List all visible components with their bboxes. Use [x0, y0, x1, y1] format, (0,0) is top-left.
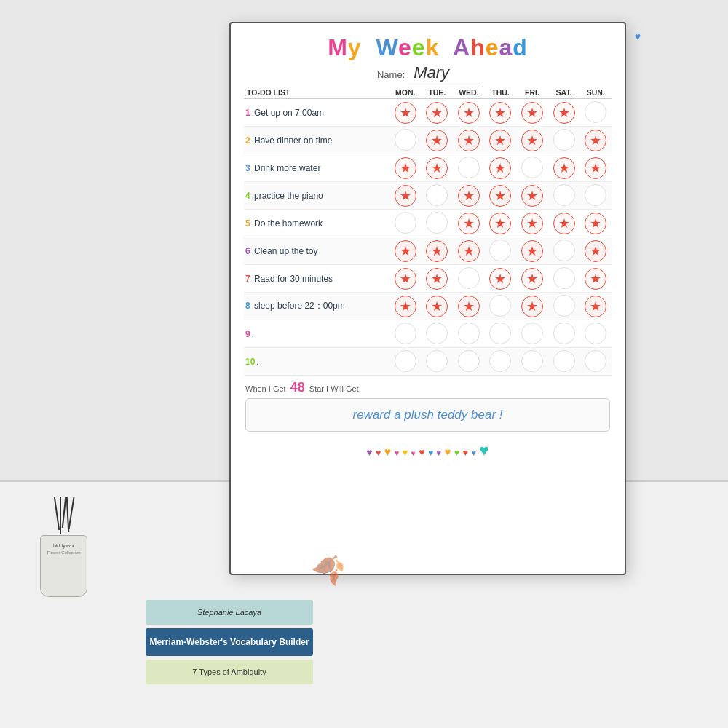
star-cell-8-day-3[interactable]: ★ [453, 293, 485, 320]
reward-label-after: Star I Will Get [309, 384, 359, 393]
star-cell-7-day-4[interactable]: ★ [485, 265, 517, 293]
col-fri: FRI. [516, 87, 548, 99]
star-cell-4-day-6[interactable] [548, 182, 580, 210]
star-cell-5-day-5[interactable]: ★ [516, 210, 548, 237]
star-cell-5-day-3[interactable]: ★ [453, 210, 485, 237]
star-cell-4-day-3[interactable]: ★ [453, 182, 485, 210]
star-empty [489, 350, 511, 372]
star-cell-9-day-6[interactable] [548, 320, 580, 348]
star-cell-6-day-6[interactable] [548, 237, 580, 265]
star-cell-8-day-6[interactable] [548, 293, 580, 320]
star-cell-2-day-4[interactable]: ★ [485, 127, 517, 154]
star-filled: ★ [395, 268, 416, 290]
star-cell-5-day-2[interactable] [422, 210, 454, 237]
star-cell-7-day-1[interactable]: ★ [389, 265, 422, 293]
task-cell-4: 4.practice the piano [244, 182, 389, 210]
star-cell-8-day-1[interactable]: ★ [389, 293, 422, 320]
star-cell-2-day-3[interactable]: ★ [453, 127, 485, 154]
star-cell-6-day-7[interactable]: ★ [579, 237, 612, 265]
star-cell-1-day-7[interactable] [579, 99, 612, 127]
star-cell-10-day-7[interactable] [579, 348, 612, 376]
star-cell-2-day-5[interactable]: ★ [516, 127, 548, 154]
star-empty [395, 129, 416, 151]
col-thu: THU. [485, 87, 517, 99]
star-cell-10-day-3[interactable] [453, 348, 485, 376]
star-cell-9-day-2[interactable] [422, 320, 454, 348]
star-cell-3-day-4[interactable]: ★ [485, 154, 517, 182]
star-cell-10-day-2[interactable] [422, 348, 454, 376]
star-filled: ★ [489, 213, 511, 234]
star-cell-8-day-2[interactable]: ★ [422, 293, 454, 320]
star-cell-2-day-2[interactable]: ★ [422, 127, 454, 154]
star-cell-10-day-6[interactable] [548, 348, 580, 376]
star-cell-5-day-1[interactable] [389, 210, 422, 237]
task-num-8: 8 [245, 301, 250, 311]
star-cell-1-day-6[interactable]: ★ [548, 99, 580, 127]
star-cell-10-day-4[interactable] [485, 348, 517, 376]
star-filled: ★ [395, 185, 416, 207]
star-cell-9-day-5[interactable] [516, 320, 548, 348]
task-num-7: 7 [245, 274, 250, 284]
star-cell-1-day-1[interactable]: ★ [389, 99, 422, 127]
table-row: 4.practice the piano★★★★ [244, 182, 612, 210]
star-cell-8-day-4[interactable] [485, 293, 517, 320]
star-cell-3-day-1[interactable]: ★ [389, 154, 422, 182]
star-cell-7-day-6[interactable] [548, 265, 580, 293]
star-cell-4-day-4[interactable]: ★ [485, 182, 517, 210]
star-cell-1-day-3[interactable]: ★ [453, 99, 485, 127]
star-cell-7-day-2[interactable]: ★ [422, 265, 454, 293]
star-cell-10-day-5[interactable] [516, 348, 548, 376]
star-cell-3-day-6[interactable]: ★ [548, 154, 580, 182]
star-cell-6-day-5[interactable]: ★ [516, 237, 548, 265]
star-cell-8-day-7[interactable]: ★ [579, 293, 612, 320]
star-empty [489, 240, 511, 261]
star-empty [521, 157, 543, 178]
star-empty [458, 157, 480, 178]
star-cell-4-day-2[interactable] [422, 182, 454, 210]
star-cell-5-day-4[interactable]: ★ [485, 210, 517, 237]
star-cell-7-day-7[interactable]: ★ [579, 265, 612, 293]
star-cell-2-day-7[interactable]: ★ [579, 127, 612, 154]
star-filled: ★ [489, 130, 511, 151]
star-cell-10-day-1[interactable] [389, 348, 422, 376]
task-num-4: 4 [245, 191, 250, 201]
star-empty [585, 184, 606, 206]
book-top: Stephanie Lacaya [146, 600, 313, 625]
task-cell-5: 5.Do the homework [244, 210, 389, 237]
star-empty [521, 350, 543, 372]
star-cell-7-day-3[interactable] [453, 265, 485, 293]
star-cell-1-day-4[interactable]: ★ [485, 99, 517, 127]
star-cell-1-day-2[interactable]: ★ [422, 99, 454, 127]
star-cell-9-day-7[interactable] [579, 320, 612, 348]
task-cell-2: 2.Have dinner on time [244, 127, 389, 154]
star-cell-5-day-6[interactable]: ★ [548, 210, 580, 237]
star-cell-6-day-4[interactable] [485, 237, 517, 265]
star-filled: ★ [521, 185, 543, 207]
star-cell-9-day-4[interactable] [485, 320, 517, 348]
star-cell-3-day-3[interactable] [453, 154, 485, 182]
star-cell-3-day-5[interactable] [516, 154, 548, 182]
star-cell-2-day-6[interactable] [548, 127, 580, 154]
star-filled: ★ [458, 102, 480, 124]
star-cell-9-day-3[interactable] [453, 320, 485, 348]
star-cell-6-day-1[interactable]: ★ [389, 237, 422, 265]
task-text-6: .Clean up the toy [252, 246, 318, 256]
star-cell-1-day-5[interactable]: ★ [516, 99, 548, 127]
star-cell-3-day-2[interactable]: ★ [422, 154, 454, 182]
star-cell-4-day-1[interactable]: ★ [389, 182, 422, 210]
star-cell-6-day-3[interactable]: ★ [453, 237, 485, 265]
task-text-2: .Have dinner on time [252, 135, 333, 146]
col-wed: WED. [453, 87, 485, 99]
star-cell-5-day-7[interactable]: ★ [579, 210, 612, 237]
star-cell-6-day-2[interactable]: ★ [422, 237, 454, 265]
table-row: 6.Clean up the toy★★★★★ [244, 237, 612, 265]
star-cell-4-day-5[interactable]: ★ [516, 182, 548, 210]
star-cell-2-day-1[interactable] [389, 127, 422, 154]
star-cell-7-day-5[interactable]: ★ [516, 265, 548, 293]
star-filled: ★ [521, 296, 543, 317]
star-cell-8-day-5[interactable]: ★ [516, 293, 548, 320]
star-cell-9-day-1[interactable] [389, 320, 422, 348]
table-header-row: TO-DO LIST MON. TUE. WED. THU. FRI. SAT.… [244, 87, 612, 99]
star-cell-3-day-7[interactable]: ★ [579, 154, 612, 182]
star-cell-4-day-7[interactable] [579, 182, 612, 210]
